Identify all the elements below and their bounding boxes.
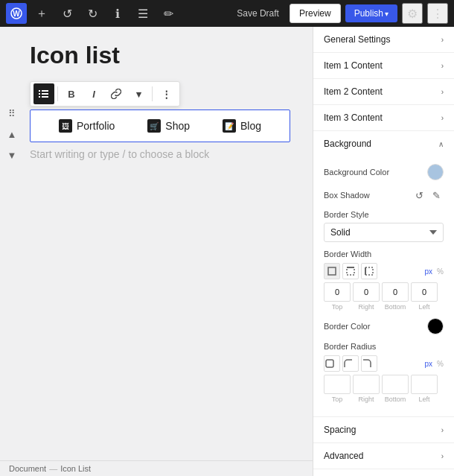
general-settings-chevron-icon: ›	[441, 36, 444, 44]
box-shadow-row: Box Shadow ↺ ✎	[324, 188, 444, 203]
advanced-label: Advanced	[324, 451, 363, 461]
svg-rect-2	[39, 90, 40, 92]
panel-section-item1: Item 1 Content ›	[313, 53, 454, 79]
italic-button[interactable]: I	[83, 83, 104, 104]
border-color-label: Border Color	[324, 322, 370, 331]
border-radius-left-input[interactable]	[411, 375, 438, 394]
border-radius-icons-row: px %	[324, 355, 444, 372]
panel-section-spacing: Spacing ›	[313, 417, 454, 443]
border-radius-px-unit[interactable]: px	[425, 360, 433, 368]
border-width-horizontal-icon[interactable]	[342, 263, 359, 279]
list-item: 🖼 Portfolio	[59, 119, 115, 133]
item2-content-header[interactable]: Item 2 Content ›	[313, 79, 454, 104]
info-button[interactable]: ℹ	[107, 3, 128, 24]
placeholder-text[interactable]: Start writing or type / to choose a bloc…	[30, 148, 290, 160]
block-toolbar: B I ▾ ⋮	[30, 81, 180, 107]
spacing-header[interactable]: Spacing ›	[313, 417, 454, 442]
border-width-bottom-label: Bottom	[382, 303, 409, 311]
border-width-section: Border Width px %	[324, 250, 444, 311]
svg-rect-9	[347, 267, 354, 275]
more-block-options-button[interactable]: ⋮	[156, 83, 176, 104]
background-body: Background Color Box Shadow ↺ ✎ Border S…	[313, 156, 454, 416]
box-shadow-reset-icon[interactable]: ↺	[412, 188, 426, 203]
border-width-label: Border Width	[324, 250, 444, 258]
svg-rect-13	[326, 360, 333, 367]
bold-button[interactable]: B	[61, 83, 82, 104]
border-radius-labels-row: Top Right Bottom Left	[324, 396, 444, 403]
link-options-button[interactable]: ▾	[128, 83, 149, 104]
icon-list-block[interactable]: 🖼 Portfolio 🛒 Shop 📝 Blog	[30, 110, 290, 142]
breadcrumb-document[interactable]: Document	[9, 464, 46, 473]
list-view-button[interactable]: ☰	[132, 3, 153, 24]
toolbar-divider	[57, 86, 58, 101]
border-radius-all-icon[interactable]	[324, 355, 340, 372]
border-width-left-input[interactable]	[411, 282, 438, 302]
border-width-px-unit[interactable]: px	[425, 267, 433, 276]
border-radius-top-input[interactable]	[324, 375, 351, 394]
add-block-button[interactable]: ＋	[31, 3, 52, 24]
border-radius-pct-unit[interactable]: %	[437, 360, 444, 368]
redo-button[interactable]: ↻	[82, 3, 103, 24]
preview-button[interactable]: Preview	[290, 4, 341, 23]
portfolio-icon: 🖼	[59, 119, 72, 133]
border-radius-right-label: Right	[353, 396, 380, 403]
border-width-pct-unit[interactable]: %	[437, 267, 444, 276]
breadcrumb-separator: —	[49, 464, 57, 473]
border-radius-right-input[interactable]	[353, 375, 380, 394]
svg-rect-8	[328, 267, 336, 275]
border-color-picker[interactable]	[427, 318, 444, 334]
save-draft-button[interactable]: Save Draft	[231, 5, 285, 22]
panel-section-item3: Item 3 Content ›	[313, 105, 454, 131]
border-radius-left-label: Left	[411, 396, 438, 403]
blog-label: Blog	[240, 120, 261, 132]
publish-arrow-icon: ▾	[385, 10, 389, 18]
box-shadow-edit-icon[interactable]: ✎	[429, 188, 444, 203]
svg-rect-5	[42, 93, 48, 95]
wp-logo[interactable]: W	[6, 3, 27, 24]
border-radius-bottom-input[interactable]	[382, 375, 409, 394]
more-options-button[interactable]: ⋮	[427, 3, 448, 24]
link-button[interactable]	[106, 83, 127, 104]
border-width-right-input[interactable]	[353, 282, 380, 302]
undo-button[interactable]: ↺	[57, 3, 77, 24]
editor-left-toolbar: ⠿ ▲ ▼	[0, 101, 24, 167]
border-width-vertical-icon[interactable]	[361, 263, 377, 279]
background-color-label: Background Color	[324, 168, 389, 177]
item1-chevron-icon: ›	[441, 62, 444, 70]
item1-content-label: Item 1 Content	[324, 60, 383, 71]
block-mover-down-icon[interactable]: ▼	[3, 146, 21, 164]
item1-content-header[interactable]: Item 1 Content ›	[313, 53, 454, 78]
border-width-top-input[interactable]	[324, 282, 351, 302]
tools-button[interactable]: ✏	[158, 3, 179, 24]
blog-icon: 📝	[223, 119, 236, 133]
border-radius-top-right-icon[interactable]	[361, 355, 377, 372]
border-color-row: Border Color	[324, 318, 444, 334]
spacing-label: Spacing	[324, 425, 356, 435]
settings-button[interactable]: ⚙	[402, 3, 423, 24]
box-shadow-icons: ↺ ✎	[412, 188, 444, 203]
breadcrumb-current: Icon List	[60, 464, 91, 473]
block-title[interactable]: Icon list	[30, 42, 290, 69]
border-width-top-label: Top	[324, 303, 351, 311]
item3-content-header[interactable]: Item 3 Content ›	[313, 105, 454, 130]
background-color-picker[interactable]	[427, 164, 444, 180]
border-width-bottom-input[interactable]	[382, 282, 409, 302]
block-mover-up-icon[interactable]: ▲	[3, 125, 21, 143]
publish-button[interactable]: Publish ▾	[345, 4, 397, 22]
border-style-select[interactable]: None Solid Dashed Dotted Double	[324, 223, 444, 242]
background-header[interactable]: Background ∧	[313, 131, 454, 156]
border-radius-top-left-icon[interactable]	[342, 355, 359, 372]
border-radius-label: Border Radius	[324, 342, 444, 351]
list-style-button[interactable]	[33, 83, 54, 104]
spacing-chevron-icon: ›	[441, 426, 444, 434]
shop-label: Shop	[165, 120, 190, 132]
advanced-header[interactable]: Advanced ›	[313, 443, 454, 469]
item3-content-label: Item 3 Content	[324, 112, 383, 123]
general-settings-header[interactable]: General Settings ›	[313, 27, 454, 52]
item3-chevron-icon: ›	[441, 114, 444, 122]
item2-chevron-icon: ›	[441, 88, 444, 96]
svg-rect-7	[42, 96, 48, 98]
drag-handle-icon[interactable]: ⠿	[3, 104, 21, 122]
editor-content: Icon list B I ▾ ⋮ 🖼 Portf	[0, 27, 313, 460]
border-width-all-icon[interactable]	[324, 263, 340, 279]
